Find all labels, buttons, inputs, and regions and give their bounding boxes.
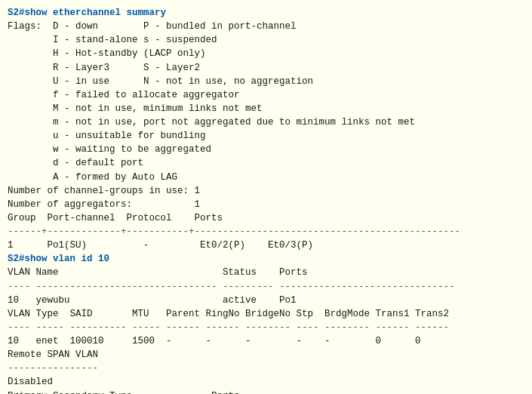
terminal-line: Flags: D - down P - bundled in port-chan… bbox=[8, 20, 524, 33]
terminal-line: Number of aggregators: 1 bbox=[8, 198, 524, 211]
terminal-line: ---- ----- ---------- ----- ------ -----… bbox=[8, 321, 524, 334]
terminal-line: d - default port bbox=[8, 156, 524, 170]
terminal-line: R - Layer3 S - Layer2 bbox=[8, 61, 524, 75]
terminal-line: VLAN Name Status Ports bbox=[8, 266, 524, 279]
terminal-line: 10 yewubu active Po1 bbox=[8, 294, 524, 307]
terminal-line: ---- -------------------------------- --… bbox=[8, 280, 524, 294]
terminal-line: ---------------- bbox=[8, 362, 524, 375]
terminal-line: H - Hot-standby (LACP only) bbox=[8, 47, 524, 60]
terminal-line: Number of channel-groups in use: 1 bbox=[8, 184, 524, 198]
terminal-line: U - in use N - not in use, no aggregatio… bbox=[8, 75, 524, 88]
terminal-line: 1 Po1(SU) - Et0/2(P) Et0/3(P) bbox=[8, 239, 524, 252]
terminal-line: Remote SPAN VLAN bbox=[8, 348, 524, 362]
terminal-output: S2#show etherchannel summaryFlags: D - d… bbox=[8, 6, 524, 394]
terminal-line: m - not in use, port not aggregated due … bbox=[8, 115, 524, 129]
terminal-line: u - unsuitable for bundling bbox=[8, 129, 524, 143]
terminal-line: S2#show etherchannel summary bbox=[8, 6, 524, 20]
terminal-line: 10 enet 100010 1500 - - - - - 0 0 bbox=[8, 334, 524, 348]
terminal-line: M - not in use, minimum links not met bbox=[8, 102, 524, 115]
terminal-line: w - waiting to be aggregated bbox=[8, 143, 524, 156]
terminal-line: Disabled bbox=[8, 375, 524, 389]
terminal-line: VLAN Type SAID MTU Parent RingNo BridgeN… bbox=[8, 307, 524, 321]
terminal-line: Primary Secondary Type Ports bbox=[8, 389, 524, 395]
terminal-line: f - failed to allocate aggregator bbox=[8, 88, 524, 102]
terminal-line: A - formed by Auto LAG bbox=[8, 171, 524, 184]
terminal-line: Group Port-channel Protocol Ports bbox=[8, 211, 524, 225]
terminal-window: S2#show etherchannel summaryFlags: D - d… bbox=[0, 0, 532, 394]
terminal-line: S2#show vlan id 10 bbox=[8, 252, 524, 266]
terminal-line: I - stand-alone s - suspended bbox=[8, 33, 524, 47]
terminal-line: ------+-------------+-----------+-------… bbox=[8, 225, 524, 239]
